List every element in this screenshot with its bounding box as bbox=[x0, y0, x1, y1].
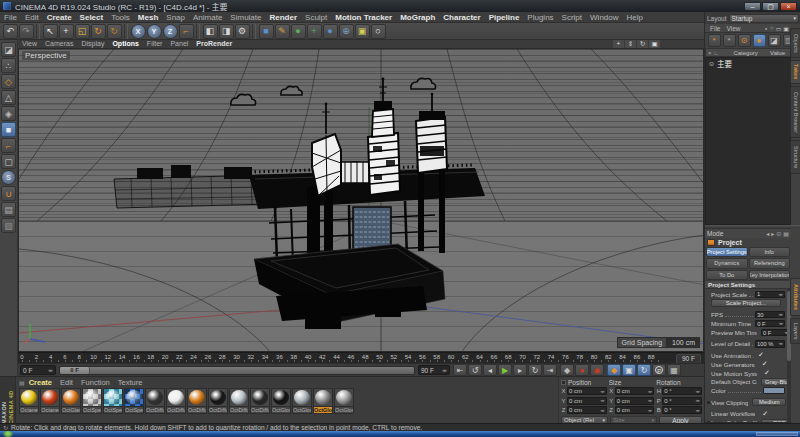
record-keyframe-button[interactable]: ◆ bbox=[560, 364, 574, 376]
key-rotation-button[interactable]: ↻ bbox=[637, 364, 651, 376]
material-9[interactable]: OctDiffu bbox=[187, 388, 207, 414]
attr-dropdown-view-clipping[interactable]: Medium bbox=[752, 398, 786, 406]
lock-z-axis[interactable]: Z bbox=[163, 24, 178, 39]
add-environment-button[interactable]: ⊕ bbox=[339, 24, 354, 39]
frame-stepper-icon[interactable]: ◂▸ bbox=[48, 367, 53, 373]
viewport-menu-cameras[interactable]: Cameras bbox=[41, 40, 77, 48]
viewport-menu-panel[interactable]: Panel bbox=[166, 40, 192, 48]
menu-mesh[interactable]: Mesh bbox=[134, 12, 162, 23]
viewport-camera-label[interactable]: Perspective bbox=[22, 51, 70, 60]
material-15[interactable]: OctGlos bbox=[313, 388, 333, 414]
maximize-button[interactable]: ▢ bbox=[762, 2, 779, 11]
material-13[interactable]: OctGlos bbox=[271, 388, 291, 414]
field-stepper-icon[interactable]: ◂▸ bbox=[648, 408, 653, 413]
menu-edit[interactable]: Edit bbox=[21, 12, 43, 23]
material-2[interactable]: Octane bbox=[40, 388, 60, 414]
make-editable-icon[interactable]: ◪ bbox=[1, 42, 16, 57]
material-menu-create[interactable]: Create bbox=[25, 378, 56, 387]
menu-snap[interactable]: Snap bbox=[162, 12, 189, 23]
field-stepper-icon[interactable]: ◂▸ bbox=[695, 398, 700, 403]
timeline-ruler[interactable]: 0246810121416182022242628303234363840424… bbox=[18, 352, 704, 363]
undo-button[interactable]: ↶ bbox=[3, 24, 18, 39]
material-menu-function[interactable]: Function bbox=[77, 378, 114, 387]
material-3[interactable]: OctGlas bbox=[61, 388, 81, 414]
menu-pipeline[interactable]: Pipeline bbox=[485, 12, 524, 23]
material-8[interactable]: OctDiffu bbox=[166, 388, 186, 414]
toggle-view-icon[interactable]: ▣ bbox=[649, 40, 660, 48]
loop-button[interactable]: ↻ bbox=[528, 364, 542, 376]
menu-simulate[interactable]: Simulate bbox=[226, 12, 265, 23]
field-stepper-icon[interactable]: ◂▸ bbox=[778, 292, 783, 297]
close-button[interactable]: × bbox=[780, 2, 797, 11]
minimize-button[interactable]: – bbox=[744, 2, 761, 11]
coord-field-position-x[interactable]: 0 cm◂▸ bbox=[567, 387, 607, 395]
autokey-button[interactable]: ● bbox=[575, 364, 589, 376]
menu-file[interactable]: File bbox=[0, 12, 21, 23]
menu-animate[interactable]: Animate bbox=[189, 12, 226, 23]
material-menu-texture[interactable]: Texture bbox=[114, 378, 147, 387]
attr-tab-info[interactable]: Info bbox=[749, 247, 791, 257]
menu-motion-tracker[interactable]: Motion Tracker bbox=[331, 12, 396, 23]
keyframe-selection-button[interactable]: ◉ bbox=[590, 364, 604, 376]
render-region-button[interactable]: ◨ bbox=[219, 24, 234, 39]
zoom-view-icon[interactable]: ⇕ bbox=[625, 40, 636, 48]
viewport-solo-icon[interactable]: ▢ bbox=[1, 154, 16, 169]
takes-column-value[interactable]: Value bbox=[770, 50, 788, 56]
point-mode-icon[interactable]: ∴ bbox=[1, 58, 16, 73]
dock-menu-file[interactable]: File bbox=[707, 25, 723, 32]
viewport-menu-options[interactable]: Options bbox=[108, 40, 142, 48]
key-position-button[interactable]: ◆ bbox=[607, 364, 621, 376]
start-button[interactable] bbox=[3, 431, 13, 437]
field-stepper-icon[interactable]: ◂▸ bbox=[600, 408, 605, 413]
add-take-button[interactable]: * bbox=[708, 34, 721, 47]
attr-tab-key-interpolation[interactable]: Key Interpolation bbox=[749, 270, 791, 280]
goto-end-button[interactable]: ⇥ bbox=[543, 364, 557, 376]
viewport-menu-prorender[interactable]: ProRender bbox=[192, 40, 236, 48]
add-deformer-button[interactable]: ● bbox=[323, 24, 338, 39]
coord-field-rotation-h[interactable]: 0 °◂▸ bbox=[662, 387, 702, 395]
takes-column-category[interactable]: Category bbox=[733, 50, 757, 56]
add-mograph-button[interactable]: + bbox=[307, 24, 322, 39]
attr-tab-project-settings[interactable]: Project Settings bbox=[706, 247, 748, 257]
material-14[interactable]: OctGlos bbox=[292, 388, 312, 414]
add-light-button[interactable]: ○ bbox=[371, 24, 386, 39]
axis-mode-icon[interactable]: ⌐ bbox=[1, 138, 16, 153]
material-16[interactable]: OctGlos bbox=[334, 388, 354, 414]
lock-y-axis[interactable]: Y bbox=[147, 24, 162, 39]
menu-window[interactable]: Window bbox=[586, 12, 622, 23]
scale-tool[interactable]: ◱ bbox=[75, 24, 90, 39]
list-icon[interactable]: ▤ bbox=[783, 230, 789, 237]
move-tool[interactable]: + bbox=[59, 24, 74, 39]
material-5[interactable]: OctSpec bbox=[103, 388, 123, 414]
attribute-mode-label[interactable]: Mode bbox=[707, 230, 723, 237]
add-camera-button[interactable]: ▣ bbox=[355, 24, 370, 39]
field-stepper-icon[interactable]: ◂▸ bbox=[648, 389, 653, 394]
attr-color-swatch[interactable] bbox=[763, 387, 785, 394]
next-frame-button[interactable]: ▸ bbox=[513, 364, 527, 376]
menu-script[interactable]: Script bbox=[558, 12, 586, 23]
key-parameter-button[interactable]: P bbox=[652, 364, 666, 376]
current-frame-field[interactable]: 0 F ◂▸ bbox=[20, 365, 56, 375]
add-primitive-button[interactable]: ■ bbox=[259, 24, 274, 39]
menu-help[interactable]: Help bbox=[623, 12, 647, 23]
add-child-take-button[interactable]: * bbox=[723, 34, 736, 47]
menu-character[interactable]: Character bbox=[439, 12, 484, 23]
soft-override-button[interactable]: ● bbox=[753, 34, 766, 47]
rotate-view-icon[interactable]: ↻ bbox=[637, 40, 648, 48]
live-selection-tool[interactable]: ↖ bbox=[43, 24, 58, 39]
attr-button-scale-project[interactable]: Scale Project... bbox=[711, 299, 781, 307]
viewport-menu-view[interactable]: View bbox=[18, 40, 41, 48]
edge-mode-icon[interactable]: ◇ bbox=[1, 74, 16, 89]
snap-icon[interactable]: S bbox=[1, 170, 16, 185]
prev-frame-button[interactable]: ◂ bbox=[483, 364, 497, 376]
viewport-menu-filter[interactable]: Filter bbox=[143, 40, 167, 48]
polygon-mode-icon[interactable]: △ bbox=[1, 90, 16, 105]
timeline-slider[interactable]: 0 F bbox=[59, 366, 415, 375]
dock-tab-takes[interactable]: Takes bbox=[790, 60, 800, 84]
material-menu-icon[interactable]: ▤ bbox=[16, 379, 25, 386]
attr-field-project-scale[interactable]: 1◂▸ bbox=[755, 291, 785, 299]
pin-icon[interactable]: ⊙ bbox=[776, 230, 781, 237]
field-stepper-icon[interactable]: ◂▸ bbox=[695, 389, 700, 394]
coord-field-size-y[interactable]: 0 cm◂▸ bbox=[615, 397, 655, 405]
material-11[interactable]: OctDiffu bbox=[229, 388, 249, 414]
